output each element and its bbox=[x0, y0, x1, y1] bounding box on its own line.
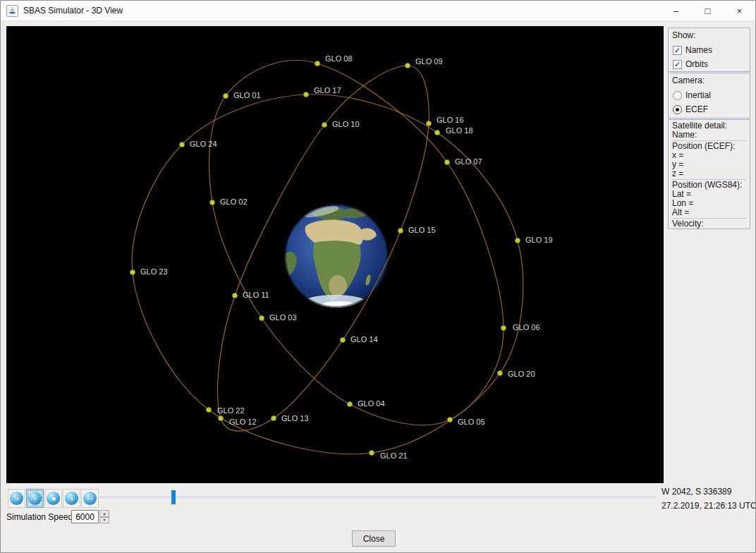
satellite-marker-glo-16[interactable] bbox=[426, 121, 431, 126]
camera-option-inertial[interactable]: Inertial bbox=[673, 91, 746, 100]
satellite-label: GLO 05 bbox=[458, 418, 485, 426]
satellite-marker-glo-24[interactable] bbox=[179, 142, 184, 147]
satellite-marker-glo-13[interactable] bbox=[271, 415, 276, 420]
satellite-label: GLO 10 bbox=[332, 120, 360, 128]
satellite-marker-glo-04[interactable] bbox=[347, 401, 352, 406]
show-label: Show: bbox=[672, 30, 746, 41]
camera-label: Camera: bbox=[672, 75, 746, 86]
show-panel: Show: ✓Names✓Orbits bbox=[668, 28, 750, 72]
status-datetime: 27.2.2019, 21:26:13 UTC bbox=[662, 501, 756, 511]
detail-group: Satellite detail:Name: bbox=[672, 121, 746, 140]
satellite-marker-glo-10[interactable] bbox=[322, 122, 327, 127]
checkbox-label: Orbits bbox=[685, 60, 708, 69]
satellite-marker-glo-18[interactable] bbox=[434, 130, 439, 135]
satellite-marker-glo-01[interactable] bbox=[223, 93, 228, 98]
forward-button[interactable]: ►► bbox=[81, 489, 99, 508]
satellite-detail-panel: Satellite detail:Name:Position (ECEF):x … bbox=[668, 119, 750, 229]
stop-button[interactable]: ■ bbox=[63, 489, 80, 508]
speed-increment-button[interactable]: ▲ bbox=[99, 510, 109, 517]
checkbox-orbits[interactable]: ✓ bbox=[673, 60, 682, 69]
radio-label: Inertial bbox=[685, 91, 711, 100]
satellite-marker-glo-05[interactable] bbox=[447, 417, 452, 422]
satellite-marker-glo-15[interactable] bbox=[398, 228, 403, 233]
detail-row: z = bbox=[672, 169, 746, 178]
minimize-icon: – bbox=[673, 6, 678, 16]
detail-group: Velocity: bbox=[672, 218, 746, 229]
play-icon: ► bbox=[28, 492, 42, 505]
detail-row: Velocity: bbox=[672, 219, 746, 229]
view3d-canvas[interactable]: GLO 01GLO 02GLO 03GLO 04GLO 05GLO 06GLO … bbox=[6, 26, 664, 483]
close-button[interactable]: Close bbox=[352, 530, 396, 547]
satellite-marker-glo-09[interactable] bbox=[405, 63, 410, 68]
satellite-label: GLO 01 bbox=[233, 91, 261, 99]
satellite-marker-glo-22[interactable] bbox=[206, 407, 211, 412]
checkbox-names[interactable]: ✓ bbox=[673, 46, 682, 55]
orbit-scene: GLO 01GLO 02GLO 03GLO 04GLO 05GLO 06GLO … bbox=[6, 26, 664, 483]
window-title: SBAS Simulator - 3D View bbox=[23, 6, 123, 16]
detail-row: Alt = bbox=[672, 208, 746, 217]
arrow-down-icon: ▼ bbox=[103, 518, 106, 521]
satellite-label: GLO 24 bbox=[190, 140, 217, 148]
maximize-button[interactable]: □ bbox=[692, 1, 724, 20]
play-button[interactable]: ► bbox=[26, 489, 44, 508]
show-option-orbits[interactable]: ✓Orbits bbox=[673, 60, 746, 69]
simulation-speed-spinner: ▲ ▼ bbox=[71, 510, 109, 523]
satellite-label: GLO 02 bbox=[220, 198, 248, 206]
minimize-button[interactable]: – bbox=[660, 1, 692, 20]
pause-button[interactable]: ▮▮ bbox=[44, 489, 62, 508]
satellite-label: GLO 20 bbox=[508, 370, 535, 378]
simulation-speed-input[interactable] bbox=[71, 510, 99, 523]
status-coordinates: W 2042, S 336389 bbox=[662, 487, 731, 497]
detail-group: Position (ECEF):x =y =z = bbox=[672, 140, 746, 179]
radio-inertial[interactable] bbox=[673, 91, 682, 100]
app-icon bbox=[6, 5, 18, 17]
time-slider-thumb[interactable] bbox=[171, 490, 176, 504]
satellite-label: GLO 17 bbox=[314, 86, 341, 95]
satellite-marker-glo-19[interactable] bbox=[515, 238, 520, 243]
maximize-icon: □ bbox=[705, 6, 711, 16]
satellite-marker-glo-14[interactable] bbox=[340, 337, 345, 342]
satellite-marker-glo-08[interactable] bbox=[315, 61, 319, 66]
satellite-label: GLO 07 bbox=[455, 157, 482, 166]
satellite-label: GLO 08 bbox=[325, 54, 353, 63]
satellite-marker-glo-02[interactable] bbox=[209, 200, 214, 205]
radio-label: ECEF bbox=[685, 105, 708, 114]
rewind-button[interactable]: ◄ bbox=[8, 489, 25, 508]
time-slider[interactable] bbox=[99, 497, 657, 499]
show-option-names[interactable]: ✓Names bbox=[673, 46, 746, 55]
satellite-label: GLO 21 bbox=[380, 451, 408, 460]
speed-decrement-button[interactable]: ▼ bbox=[99, 517, 109, 524]
satellite-label: GLO 13 bbox=[281, 414, 309, 423]
satellite-marker-glo-06[interactable] bbox=[501, 325, 506, 330]
satellite-label: GLO 22 bbox=[217, 406, 245, 415]
satellite-label: GLO 14 bbox=[350, 335, 378, 344]
satellite-label: GLO 09 bbox=[415, 57, 443, 66]
satellite-marker-glo-20[interactable] bbox=[497, 370, 502, 375]
pause-icon: ▮▮ bbox=[47, 492, 60, 505]
satellite-label: GLO 06 bbox=[513, 323, 540, 332]
satellite-marker-glo-11[interactable] bbox=[232, 293, 237, 298]
detail-group: Position (WGS84):Lat =Lon =Alt = bbox=[672, 179, 746, 218]
detail-row: Name: bbox=[672, 130, 746, 140]
satellite-label: GLO 15 bbox=[408, 226, 436, 234]
earth-globe bbox=[283, 204, 388, 310]
satellite-marker-glo-17[interactable] bbox=[303, 92, 308, 97]
satellite-marker-glo-03[interactable] bbox=[259, 315, 264, 320]
camera-option-ecef[interactable]: ECEF bbox=[673, 105, 746, 114]
rewind-icon: ◄ bbox=[10, 492, 23, 505]
satellite-label: GLO 16 bbox=[437, 116, 464, 124]
forward-icon: ►► bbox=[83, 492, 97, 505]
simulation-speed-label: Simulation Speed: bbox=[6, 512, 75, 522]
close-window-button[interactable]: × bbox=[724, 1, 755, 20]
radio-ecef[interactable] bbox=[673, 105, 682, 114]
satellite-label: GLO 19 bbox=[525, 236, 553, 244]
satellite-label: GLO 11 bbox=[243, 291, 269, 299]
satellite-label: GLO 23 bbox=[140, 267, 168, 276]
titlebar: SBAS Simulator - 3D View – □ × bbox=[1, 1, 755, 21]
camera-panel: Camera: InertialECEF bbox=[668, 73, 750, 119]
satellite-marker-glo-23[interactable] bbox=[130, 269, 135, 274]
satellite-marker-glo-07[interactable] bbox=[444, 159, 449, 164]
satellite-marker-glo-12[interactable] bbox=[218, 415, 223, 420]
arrow-up-icon: ▲ bbox=[103, 512, 106, 515]
satellite-marker-glo-21[interactable] bbox=[369, 450, 374, 455]
